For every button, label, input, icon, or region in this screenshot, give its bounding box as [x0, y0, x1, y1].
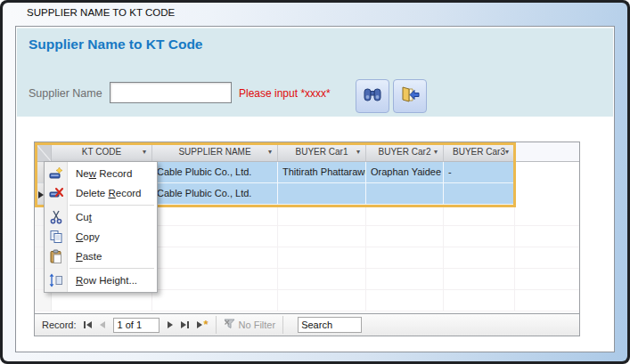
new-record-button[interactable]: * — [197, 321, 209, 328]
table-cell[interactable] — [366, 205, 444, 226]
supplier-name-label: Supplier Name — [29, 87, 102, 100]
table-cell[interactable]: - — [444, 162, 515, 183]
row-height-icon — [45, 273, 68, 287]
table-cell[interactable] — [366, 290, 444, 311]
table-cell[interactable]: Oraphan Yaidee — [366, 162, 444, 183]
table-cell[interactable] — [152, 226, 278, 247]
menu-item-new-record[interactable]: New Record — [45, 164, 157, 183]
table-cell[interactable] — [278, 183, 366, 205]
table-cell[interactable] — [278, 247, 366, 269]
column-dropdown-icon[interactable]: ▾ — [268, 149, 272, 156]
table-cell[interactable] — [444, 205, 515, 226]
record-position-box[interactable]: 1 of 1 — [113, 318, 160, 333]
first-record-icon — [84, 321, 86, 328]
table-cell[interactable] — [278, 290, 366, 311]
table-cell[interactable] — [278, 269, 366, 290]
column-header-label: BUYER Car2 — [379, 147, 431, 157]
table-cell[interactable] — [278, 205, 366, 226]
row-filler — [515, 247, 579, 269]
next-record-icon — [168, 321, 173, 328]
delete-record-icon — [45, 186, 68, 200]
table-cell[interactable] — [444, 226, 515, 247]
table-cell[interactable] — [366, 247, 444, 269]
find-button[interactable] — [356, 79, 389, 113]
empty-row — [35, 290, 579, 311]
column-header-label: KT CODE — [82, 147, 121, 157]
table-cell[interactable] — [444, 247, 515, 269]
binoculars-icon — [363, 86, 382, 106]
search-input[interactable] — [298, 317, 362, 333]
row-selector[interactable] — [35, 290, 52, 311]
last-record-icon — [181, 321, 186, 328]
no-filter-label: No Filter — [239, 320, 276, 330]
column-header-kt-code[interactable]: KT CODE▾ — [52, 142, 152, 162]
menu-item-label: Delete Record — [76, 188, 142, 198]
menu-item-label: Paste — [76, 251, 102, 262]
no-filter-button[interactable]: No Filter — [224, 319, 276, 331]
context-menu: New RecordDelete RecordCutCopyPasteRow H… — [44, 161, 158, 293]
column-header-buyer-car3[interactable]: BUYER Car3▾ — [444, 142, 515, 162]
table-cell[interactable] — [152, 290, 278, 311]
menu-item-label: Copy — [76, 231, 100, 242]
column-dropdown-icon[interactable]: ▾ — [143, 149, 146, 156]
row-filler — [515, 290, 579, 311]
table-cell[interactable] — [152, 269, 278, 290]
first-record-button[interactable] — [84, 321, 92, 328]
column-dropdown-icon[interactable]: ▾ — [434, 149, 438, 156]
column-header-label: SUPPLIER NAME — [178, 147, 250, 157]
window-title: SUPPLIER NAME TO KT CODE — [27, 7, 175, 18]
column-header-buyer-car2[interactable]: BUYER Car2▾ — [366, 142, 444, 162]
table-cell[interactable] — [152, 247, 278, 269]
new-record-icon — [45, 166, 68, 181]
next-record-button[interactable] — [168, 321, 173, 328]
datasheet-header-row: KT CODE▾SUPPLIER NAME▾BUYER Car1▾BUYER C… — [35, 142, 579, 162]
menu-item-cut[interactable]: Cut — [45, 207, 157, 227]
filter-icon — [224, 319, 235, 331]
table-cell[interactable] — [152, 205, 278, 226]
last-record-button[interactable] — [181, 321, 189, 328]
row-filler — [515, 162, 579, 183]
table-cell[interactable]: Cable Plubic Co., Ltd. — [152, 183, 278, 205]
menu-item-copy[interactable]: Copy — [45, 227, 157, 247]
menu-item-delete-record[interactable]: Delete Record — [45, 183, 157, 203]
menu-item-label: New Record — [76, 168, 132, 179]
column-header-supplier-name[interactable]: SUPPLIER NAME▾ — [152, 142, 278, 162]
new-record-icon — [197, 321, 202, 328]
menu-separator — [70, 205, 154, 206]
record-label: Record: — [42, 320, 77, 330]
table-cell[interactable] — [278, 226, 366, 247]
exit-button[interactable] — [393, 79, 427, 113]
table-cell[interactable]: Thitirath Phattarawut — [278, 162, 366, 183]
table-cell[interactable] — [444, 290, 515, 311]
table-cell[interactable] — [444, 183, 515, 205]
menu-item-row-height[interactable]: Row Height... — [45, 271, 157, 290]
row-filler — [515, 226, 579, 247]
input-hint-text: Please input *xxxx* — [239, 87, 331, 100]
menu-separator — [70, 268, 154, 269]
copy-icon — [45, 230, 68, 244]
row-filler — [515, 183, 579, 205]
previous-record-button[interactable] — [100, 321, 105, 328]
column-dropdown-icon[interactable]: ▾ — [356, 149, 360, 156]
page-title: Supplier Name to KT Code — [29, 36, 203, 53]
column-dropdown-icon[interactable]: ▾ — [505, 149, 509, 156]
nav-separator — [216, 316, 217, 334]
select-all-corner[interactable] — [35, 142, 52, 162]
nav-separator — [282, 316, 283, 334]
table-cell[interactable] — [366, 226, 444, 247]
table-cell[interactable] — [366, 183, 444, 205]
supplier-name-input[interactable] — [110, 82, 232, 103]
paste-icon — [45, 249, 68, 263]
column-header-buyer-car1[interactable]: BUYER Car1▾ — [278, 142, 366, 162]
table-cell[interactable] — [52, 290, 152, 311]
menu-item-label: Cut — [76, 212, 92, 222]
table-cell[interactable] — [366, 269, 444, 290]
column-header-label: BUYER Car1 — [296, 147, 348, 157]
cut-icon — [45, 210, 68, 224]
table-cell[interactable] — [444, 269, 515, 290]
menu-item-paste[interactable]: Paste — [45, 247, 157, 266]
row-filler — [515, 269, 579, 290]
exit-door-icon — [399, 85, 421, 107]
record-navigation-bar: Record: 1 of 1 * — [34, 313, 580, 336]
table-cell[interactable]: Cable Plubic Co., Ltd. — [152, 162, 278, 183]
